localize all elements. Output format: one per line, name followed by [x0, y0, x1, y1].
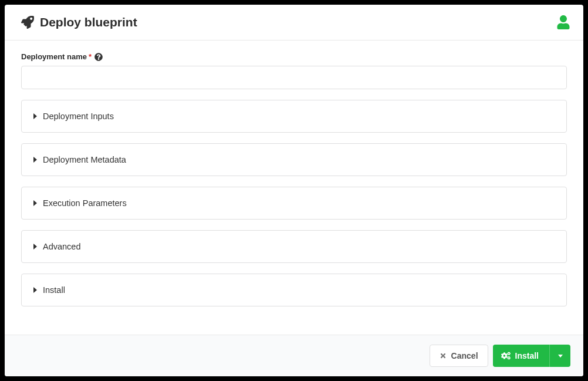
required-asterisk: * [89, 52, 92, 61]
caret-right-icon [33, 157, 37, 163]
rocket-icon [21, 16, 34, 29]
deploy-blueprint-modal: Deploy blueprint Deployment name * Deplo… [5, 5, 583, 376]
install-label: Install [515, 351, 539, 360]
accordion-execution-parameters[interactable]: Execution Parameters [21, 187, 567, 220]
caret-right-icon [33, 287, 37, 293]
deployment-name-label: Deployment name [21, 52, 87, 61]
help-icon[interactable] [94, 53, 103, 61]
accordion-header[interactable]: Deployment Inputs [22, 100, 566, 132]
accordion-title: Deployment Inputs [43, 112, 114, 121]
accordion-title: Execution Parameters [43, 198, 127, 208]
caret-right-icon [33, 244, 37, 249]
accordion-title: Advanced [43, 242, 81, 251]
cancel-button[interactable]: Cancel [430, 345, 488, 367]
caret-right-icon [33, 200, 37, 206]
cogs-icon [501, 351, 511, 360]
close-icon [440, 352, 447, 359]
accordion-install[interactable]: Install [21, 274, 567, 306]
accordion-header[interactable]: Install [22, 274, 566, 306]
accordion-deployment-inputs[interactable]: Deployment Inputs [21, 100, 567, 133]
cancel-label: Cancel [451, 351, 478, 360]
install-dropdown-button[interactable] [549, 345, 570, 367]
accordion-advanced[interactable]: Advanced [21, 230, 567, 263]
header-left: Deploy blueprint [21, 15, 137, 29]
install-button[interactable]: Install [493, 345, 549, 367]
accordion-header[interactable]: Advanced [22, 231, 566, 262]
modal-title: Deploy blueprint [40, 15, 137, 29]
chevron-down-icon [558, 355, 563, 358]
accordion-header[interactable]: Execution Parameters [22, 187, 566, 219]
modal-body: Deployment name * Deployment Inputs Depl… [5, 41, 583, 335]
accordion-title: Install [43, 285, 65, 295]
modal-header: Deploy blueprint [5, 5, 583, 41]
deployment-name-input[interactable] [21, 66, 567, 89]
accordion-title: Deployment Metadata [43, 155, 126, 164]
install-button-group: Install [493, 345, 570, 367]
deployment-name-label-row: Deployment name * [21, 52, 567, 61]
modal-footer: Cancel Install [5, 335, 583, 376]
accordion-header[interactable]: Deployment Metadata [22, 144, 566, 176]
accordion-deployment-metadata[interactable]: Deployment Metadata [21, 143, 567, 176]
caret-right-icon [33, 113, 37, 119]
user-icon[interactable] [556, 15, 570, 29]
